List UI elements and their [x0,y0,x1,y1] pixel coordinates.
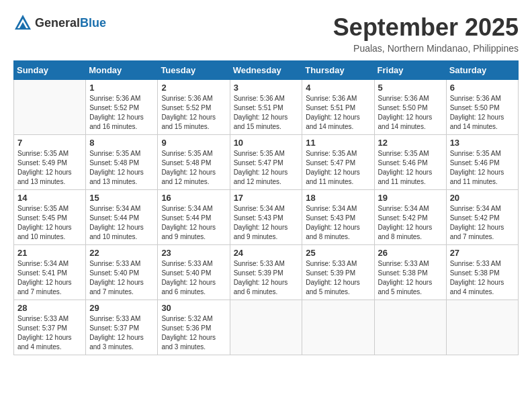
day-info: Sunrise: 5:35 AMSunset: 5:47 PMDaylight:… [306,149,370,187]
day-number: 24 [234,248,299,258]
day-info: Sunrise: 5:34 AMSunset: 5:43 PMDaylight:… [234,204,299,242]
table-row: 4Sunrise: 5:36 AMSunset: 5:51 PMDaylight… [302,80,374,135]
table-row: 12Sunrise: 5:35 AMSunset: 5:46 PMDayligh… [374,135,446,190]
table-row [446,300,518,355]
day-number: 27 [450,248,515,258]
day-info: Sunrise: 5:33 AMSunset: 5:37 PMDaylight:… [89,314,154,352]
table-row: 20Sunrise: 5:34 AMSunset: 5:42 PMDayligh… [446,190,518,245]
table-row: 23Sunrise: 5:33 AMSunset: 5:40 PMDayligh… [158,245,230,300]
table-row: 22Sunrise: 5:33 AMSunset: 5:40 PMDayligh… [86,245,158,300]
day-info: Sunrise: 5:35 AMSunset: 5:48 PMDaylight:… [161,149,226,187]
day-number: 20 [450,193,515,203]
table-row [302,300,374,355]
day-number: 7 [17,138,82,148]
calendar: Sunday Monday Tuesday Wednesday Thursday… [13,60,519,355]
table-row: 10Sunrise: 5:35 AMSunset: 5:47 PMDayligh… [230,135,302,190]
calendar-week-3: 14Sunrise: 5:35 AMSunset: 5:45 PMDayligh… [14,190,519,245]
table-row [230,300,302,355]
table-row: 29Sunrise: 5:33 AMSunset: 5:37 PMDayligh… [86,300,158,355]
day-info: Sunrise: 5:33 AMSunset: 5:40 PMDaylight:… [89,259,154,297]
table-row: 15Sunrise: 5:34 AMSunset: 5:44 PMDayligh… [86,190,158,245]
day-info: Sunrise: 5:34 AMSunset: 5:44 PMDaylight:… [161,204,226,242]
day-number: 18 [306,193,370,203]
calendar-week-1: 1Sunrise: 5:36 AMSunset: 5:52 PMDaylight… [14,80,519,135]
table-row: 24Sunrise: 5:33 AMSunset: 5:39 PMDayligh… [230,245,302,300]
table-row: 14Sunrise: 5:35 AMSunset: 5:45 PMDayligh… [14,190,86,245]
table-row [374,300,446,355]
day-info: Sunrise: 5:32 AMSunset: 5:36 PMDaylight:… [161,314,226,352]
header-row: Sunday Monday Tuesday Wednesday Thursday… [14,61,519,80]
day-number: 17 [234,193,299,203]
table-row [14,80,86,135]
month-title: September 2025 [333,13,519,42]
day-info: Sunrise: 5:36 AMSunset: 5:51 PMDaylight:… [306,94,370,132]
day-info: Sunrise: 5:34 AMSunset: 5:42 PMDaylight:… [450,204,515,242]
day-info: Sunrise: 5:35 AMSunset: 5:48 PMDaylight:… [89,149,154,187]
day-number: 23 [161,248,226,258]
day-number: 26 [378,248,443,258]
day-number: 6 [450,83,515,93]
day-info: Sunrise: 5:36 AMSunset: 5:50 PMDaylight:… [378,94,443,132]
table-row: 19Sunrise: 5:34 AMSunset: 5:42 PMDayligh… [374,190,446,245]
table-row: 30Sunrise: 5:32 AMSunset: 5:36 PMDayligh… [158,300,230,355]
day-info: Sunrise: 5:36 AMSunset: 5:52 PMDaylight:… [161,94,226,132]
col-saturday: Saturday [446,61,518,80]
day-number: 8 [89,138,154,148]
day-number: 19 [378,193,443,203]
day-info: Sunrise: 5:34 AMSunset: 5:42 PMDaylight:… [378,204,443,242]
table-row: 18Sunrise: 5:34 AMSunset: 5:43 PMDayligh… [302,190,374,245]
day-number: 5 [378,83,443,93]
table-row: 21Sunrise: 5:34 AMSunset: 5:41 PMDayligh… [14,245,86,300]
logo: GeneralBlue [13,13,106,32]
calendar-header: Sunday Monday Tuesday Wednesday Thursday… [14,61,519,80]
day-number: 4 [306,83,370,93]
day-info: Sunrise: 5:35 AMSunset: 5:49 PMDaylight:… [17,149,82,187]
col-tuesday: Tuesday [158,61,230,80]
table-row: 13Sunrise: 5:35 AMSunset: 5:46 PMDayligh… [446,135,518,190]
day-info: Sunrise: 5:33 AMSunset: 5:38 PMDaylight:… [378,259,443,297]
day-info: Sunrise: 5:35 AMSunset: 5:45 PMDaylight:… [17,204,82,242]
calendar-week-2: 7Sunrise: 5:35 AMSunset: 5:49 PMDaylight… [14,135,519,190]
day-number: 28 [17,303,82,313]
calendar-week-4: 21Sunrise: 5:34 AMSunset: 5:41 PMDayligh… [14,245,519,300]
table-row: 1Sunrise: 5:36 AMSunset: 5:52 PMDaylight… [86,80,158,135]
day-number: 10 [234,138,299,148]
calendar-body: 1Sunrise: 5:36 AMSunset: 5:52 PMDaylight… [14,80,519,355]
header: GeneralBlue September 2025 Pualas, North… [13,13,519,54]
col-thursday: Thursday [302,61,374,80]
day-number: 11 [306,138,370,148]
day-info: Sunrise: 5:33 AMSunset: 5:37 PMDaylight:… [17,314,82,352]
day-number: 12 [378,138,443,148]
table-row: 27Sunrise: 5:33 AMSunset: 5:38 PMDayligh… [446,245,518,300]
day-info: Sunrise: 5:36 AMSunset: 5:50 PMDaylight:… [450,94,515,132]
day-number: 21 [17,248,82,258]
table-row: 17Sunrise: 5:34 AMSunset: 5:43 PMDayligh… [230,190,302,245]
table-row: 26Sunrise: 5:33 AMSunset: 5:38 PMDayligh… [374,245,446,300]
title-area: September 2025 Pualas, Northern Mindanao… [333,13,519,54]
table-row: 7Sunrise: 5:35 AMSunset: 5:49 PMDaylight… [14,135,86,190]
day-info: Sunrise: 5:33 AMSunset: 5:39 PMDaylight:… [306,259,370,297]
day-number: 14 [17,193,82,203]
table-row: 28Sunrise: 5:33 AMSunset: 5:37 PMDayligh… [14,300,86,355]
day-info: Sunrise: 5:35 AMSunset: 5:46 PMDaylight:… [378,149,443,187]
day-info: Sunrise: 5:35 AMSunset: 5:47 PMDaylight:… [234,149,299,187]
table-row: 5Sunrise: 5:36 AMSunset: 5:50 PMDaylight… [374,80,446,135]
day-number: 16 [161,193,226,203]
location-title: Pualas, Northern Mindanao, Philippines [333,43,519,54]
generalblue-icon [13,13,32,32]
table-row: 11Sunrise: 5:35 AMSunset: 5:47 PMDayligh… [302,135,374,190]
table-row: 8Sunrise: 5:35 AMSunset: 5:48 PMDaylight… [86,135,158,190]
day-number: 3 [234,83,299,93]
table-row: 2Sunrise: 5:36 AMSunset: 5:52 PMDaylight… [158,80,230,135]
table-row: 9Sunrise: 5:35 AMSunset: 5:48 PMDaylight… [158,135,230,190]
day-info: Sunrise: 5:35 AMSunset: 5:46 PMDaylight:… [450,149,515,187]
day-number: 25 [306,248,370,258]
day-number: 30 [161,303,226,313]
day-info: Sunrise: 5:33 AMSunset: 5:40 PMDaylight:… [161,259,226,297]
day-info: Sunrise: 5:33 AMSunset: 5:39 PMDaylight:… [234,259,299,297]
day-number: 29 [89,303,154,313]
day-info: Sunrise: 5:34 AMSunset: 5:44 PMDaylight:… [89,204,154,242]
table-row: 6Sunrise: 5:36 AMSunset: 5:50 PMDaylight… [446,80,518,135]
day-info: Sunrise: 5:34 AMSunset: 5:43 PMDaylight:… [306,204,370,242]
col-monday: Monday [86,61,158,80]
